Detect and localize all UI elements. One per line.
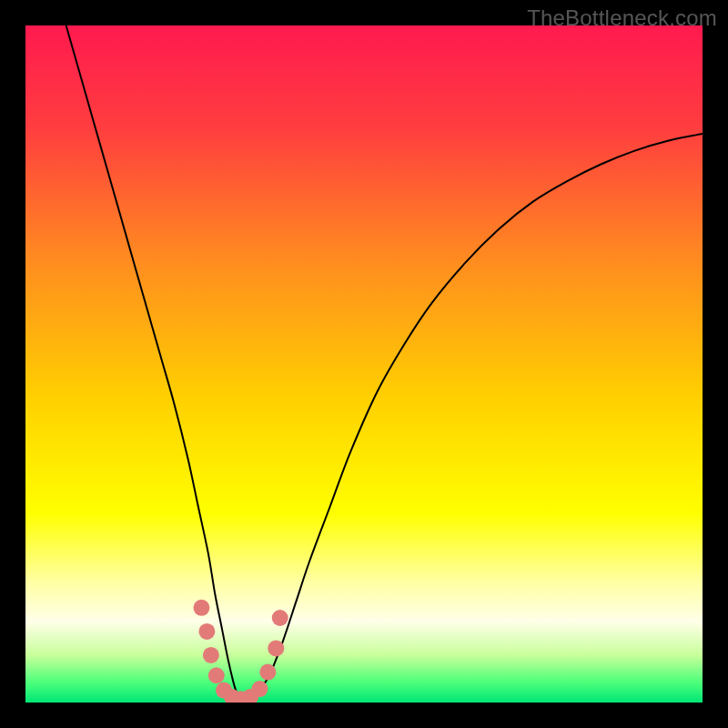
bottleneck-curve — [66, 25, 703, 703]
marker-dot — [203, 647, 219, 663]
watermark-text: TheBottleneck.com — [527, 5, 717, 31]
marker-dot — [268, 640, 284, 656]
marker-dot — [259, 664, 276, 681]
sweet-spot-dots — [193, 600, 288, 703]
marker-dot — [198, 623, 215, 640]
chart-frame: TheBottleneck.com — [0, 0, 728, 728]
marker-dot — [272, 610, 288, 626]
chart-overlay — [25, 25, 703, 703]
marker-dot — [208, 667, 225, 683]
plot-area — [25, 25, 703, 703]
marker-dot — [193, 600, 209, 616]
marker-dot — [251, 681, 268, 697]
